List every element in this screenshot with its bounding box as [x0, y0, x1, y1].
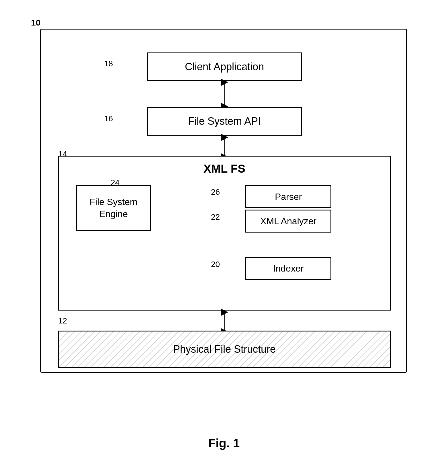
parser-box: Parser — [245, 185, 331, 208]
xml-fs-box: XML FS 24 File SystemEngine 26 Parser 22… — [58, 156, 391, 311]
parser-label: Parser — [275, 192, 302, 202]
fs-engine-box: File SystemEngine — [76, 185, 151, 231]
xml-fs-title: XML FS — [59, 162, 390, 175]
client-app-label: Client Application — [185, 61, 264, 73]
xml-analyzer-box: XML Analyzer — [245, 210, 331, 233]
xml-analyzer-label: XML Analyzer — [260, 216, 316, 227]
fig-caption: Fig. 1 — [0, 436, 448, 450]
client-app-box: Client Application — [147, 52, 302, 81]
pfs-label: Physical File Structure — [173, 343, 276, 355]
label-26: 26 — [211, 188, 220, 197]
label-12: 12 — [58, 316, 67, 325]
pfs-box: Physical File Structure — [58, 331, 391, 368]
file-api-box: File System API — [147, 107, 302, 136]
label-16: 16 — [104, 114, 113, 123]
label-20: 20 — [211, 260, 220, 269]
outer-box: 18 Client Application 16 File System API — [40, 29, 407, 373]
arrow-client-to-api — [220, 80, 229, 109]
diagram-page: 10 18 Client Application 16 File System — [0, 0, 448, 476]
label-22: 22 — [211, 212, 220, 222]
fs-engine-label: File SystemEngine — [89, 196, 137, 220]
file-api-label: File System API — [188, 115, 261, 127]
label-18: 18 — [104, 59, 113, 68]
indexer-label: Indexer — [273, 263, 304, 274]
label-10: 10 — [31, 18, 40, 28]
indexer-box: Indexer — [245, 257, 331, 280]
